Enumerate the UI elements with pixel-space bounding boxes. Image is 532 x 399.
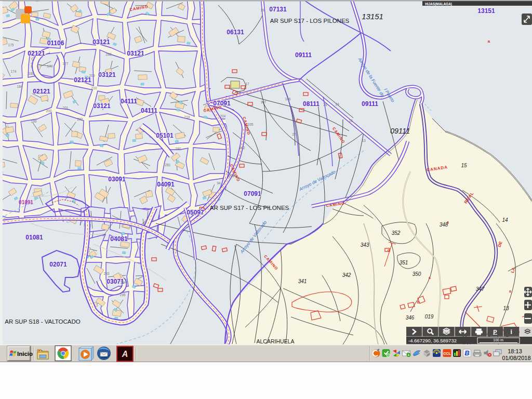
svg-text:26: 26	[323, 103, 327, 107]
svg-text:17: 17	[245, 82, 249, 86]
svg-text:94: 94	[217, 181, 221, 185]
svg-text:07091: 07091	[244, 190, 261, 197]
svg-text:280: 280	[176, 147, 181, 151]
svg-text:019: 019	[425, 314, 434, 320]
svg-text:a: a	[509, 289, 511, 293]
svg-text:206: 206	[229, 174, 235, 178]
svg-text:13151: 13151	[362, 12, 383, 21]
svg-text:288: 288	[106, 52, 112, 56]
svg-text:341: 341	[298, 278, 307, 284]
svg-text:01081: 01081	[25, 234, 43, 241]
svg-text:106: 106	[285, 97, 291, 101]
svg-text:13: 13	[503, 305, 509, 311]
svg-text:-4.667290, 36.589732: -4.667290, 36.589732	[408, 338, 457, 343]
svg-text:13151: 13151	[477, 7, 495, 15]
svg-text:HIJAS(MALAGA): HIJAS(MALAGA)	[425, 2, 452, 6]
svg-text:02121: 02121	[33, 88, 50, 95]
svg-text:177: 177	[63, 62, 69, 65]
svg-text:342: 342	[342, 272, 351, 278]
svg-text:o: o	[388, 248, 390, 252]
svg-text:294: 294	[121, 281, 127, 284]
svg-text:03091: 03091	[108, 176, 126, 183]
svg-text:346: 346	[406, 315, 415, 321]
svg-text:19: 19	[260, 8, 264, 12]
svg-text:107: 107	[261, 100, 267, 104]
svg-text:02071: 02071	[49, 261, 67, 268]
svg-text:a: a	[488, 39, 490, 44]
svg-text:179: 179	[47, 64, 53, 68]
svg-text:15: 15	[461, 163, 467, 168]
svg-text:P: P	[493, 329, 497, 335]
svg-text:202: 202	[77, 117, 83, 121]
svg-text:351: 351	[400, 260, 408, 265]
svg-text:06131: 06131	[227, 29, 244, 36]
svg-text:a: a	[429, 276, 431, 280]
svg-text:174: 174	[11, 70, 17, 73]
svg-text:05097: 05097	[187, 209, 204, 216]
svg-text:01/08/2018: 01/08/2018	[502, 355, 530, 361]
svg-text:348: 348	[440, 222, 448, 228]
svg-text:209: 209	[89, 74, 95, 77]
svg-text:AR SUP S17 - LOS PILONES: AR SUP S17 - LOS PILONES	[270, 18, 350, 24]
svg-text:B: B	[464, 349, 469, 357]
svg-text:04081: 04081	[110, 235, 128, 243]
svg-text:09111: 09111	[390, 127, 410, 135]
svg-text:04091: 04091	[157, 181, 175, 188]
svg-text:343: 343	[361, 242, 369, 248]
svg-text:293: 293	[104, 272, 110, 275]
svg-text:08111: 08111	[303, 100, 320, 108]
svg-text:03121: 03121	[98, 71, 116, 78]
svg-text:ALCARIHUELA: ALCARIHUELA	[257, 338, 295, 344]
svg-text:199: 199	[31, 119, 37, 123]
svg-text:02121: 02121	[28, 50, 45, 57]
svg-text:180: 180	[29, 72, 34, 75]
svg-text:09111: 09111	[362, 100, 378, 108]
svg-text:03121: 03121	[127, 50, 144, 57]
svg-text:04111: 04111	[121, 98, 137, 105]
svg-text:AR SUP S17 - LOS PILONES: AR SUP S17 - LOS PILONES	[210, 205, 289, 211]
svg-text:i: i	[511, 328, 512, 336]
svg-text:25: 25	[349, 119, 353, 123]
svg-text:09111: 09111	[295, 51, 312, 59]
svg-text:281: 281	[165, 163, 171, 167]
svg-text:347: 347	[476, 286, 485, 292]
svg-text:02121: 02121	[74, 76, 91, 84]
svg-text:01091: 01091	[19, 200, 33, 205]
svg-text:b: b	[417, 300, 419, 304]
svg-text:200: 200	[46, 109, 52, 113]
svg-text:184: 184	[17, 85, 23, 88]
svg-text:175: 175	[8, 43, 14, 47]
svg-text:210: 210	[91, 86, 97, 90]
svg-text:205: 205	[248, 123, 254, 126]
svg-text:201: 201	[63, 106, 69, 110]
svg-text:202: 202	[240, 146, 245, 150]
svg-text:CCL: CCL	[443, 352, 451, 355]
svg-text:Inicio: Inicio	[17, 351, 33, 357]
svg-text:352: 352	[392, 230, 401, 236]
svg-text:100 m: 100 m	[493, 338, 503, 342]
svg-text:07131: 07131	[269, 6, 287, 13]
svg-text:13: 13	[362, 139, 366, 142]
svg-text:219: 219	[184, 115, 190, 119]
svg-text:295: 295	[120, 293, 126, 297]
svg-text:05101: 05101	[156, 132, 174, 139]
svg-text:350: 350	[413, 271, 421, 277]
svg-text:24: 24	[335, 102, 339, 106]
svg-text:01106: 01106	[47, 39, 64, 47]
svg-text:AR SUP S18 - VALTOCADO: AR SUP S18 - VALTOCADO	[5, 318, 81, 325]
svg-text:22: 22	[292, 132, 296, 136]
svg-text:204: 204	[220, 114, 226, 118]
svg-text:03121: 03121	[92, 38, 110, 46]
svg-text:14: 14	[502, 217, 508, 223]
svg-text:18:13: 18:13	[508, 348, 522, 354]
svg-text:A: A	[122, 350, 128, 358]
svg-text:04111: 04111	[141, 107, 157, 114]
svg-text:03121: 03121	[93, 102, 111, 110]
